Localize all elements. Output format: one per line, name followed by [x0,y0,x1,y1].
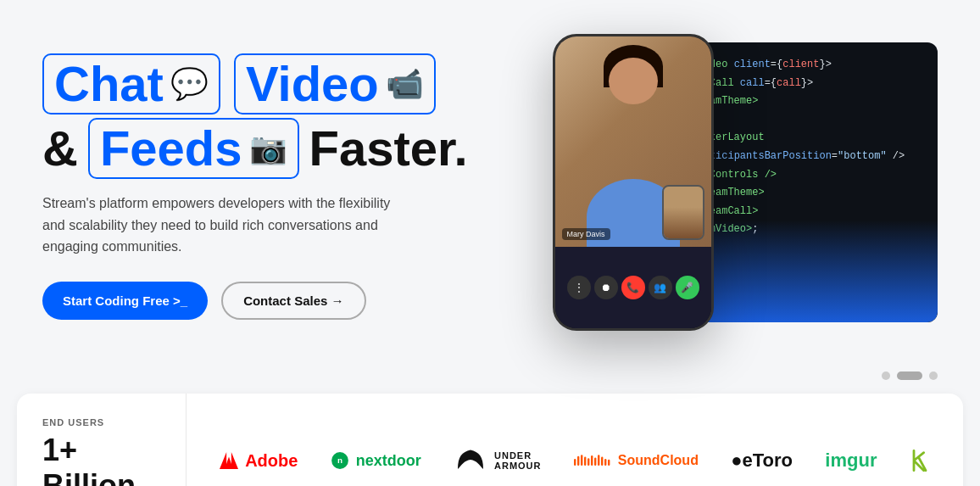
soundcloud-icon [574,450,611,472]
svg-rect-6 [577,456,579,466]
phone-name-tag: Mary Davis [562,228,610,240]
logo-kik [910,449,930,472]
imgur-label: imgur [825,450,877,472]
hero-description: Stream's platform empowers developers wi… [42,193,415,258]
tag-chat: Chat 💬 [42,53,220,115]
svg-text:n: n [337,455,342,465]
hero-left: Chat 💬 Video 📹 & Feeds 📷 Faster. Stream'… [42,53,502,319]
svg-rect-13 [601,457,603,466]
pagination [0,365,980,394]
logo-under-armour: UNDER ARMOUR [454,445,542,476]
chat-label: Chat [54,57,164,111]
nextdoor-icon: n [331,451,349,470]
svg-rect-12 [598,455,599,466]
adobe-icon [220,451,238,470]
ctrl-more[interactable]: ⋮ [567,276,591,299]
ctrl-end[interactable]: 📞 [621,276,645,299]
stats-block: END USERS 1+ Billion [17,394,187,486]
pagination-dot-2[interactable] [897,371,922,380]
video-label: Video [246,57,379,111]
svg-marker-1 [220,452,226,469]
faster-text: Faster. [309,121,468,176]
person-face [609,58,658,104]
logo-soundcloud: SoundCloud [574,450,699,472]
video-icon: 📹 [386,67,424,101]
hero-right: Mary Davis ⋮ ⏺ 📞 👥 🎤 1<StreamVideo c [502,34,938,339]
nextdoor-label: nextdoor [356,452,421,470]
svg-marker-0 [231,452,238,469]
contact-sales-button[interactable]: Contact Sales → [221,282,365,320]
logo-etoro: ●eToro [731,450,793,472]
pip-person [664,187,703,238]
svg-rect-9 [587,458,589,466]
hero-buttons: Start Coding Free >_ Contact Sales → [42,282,468,320]
phone-controls: ⋮ ⏺ 📞 👥 🎤 [555,247,711,328]
adobe-label: Adobe [245,451,298,471]
svg-rect-14 [604,459,606,466]
tag-video: Video 📹 [234,53,436,115]
under-armour-icon [454,445,487,476]
phone-mockup: Mary Davis ⋮ ⏺ 📞 👥 🎤 [553,34,714,331]
hero-section: Chat 💬 Video 📹 & Feeds 📷 Faster. Stream'… [0,0,980,365]
ctrl-mic[interactable]: 🎤 [676,276,699,299]
amp-text: & [42,121,78,176]
ctrl-cam[interactable]: ⏺ [594,276,618,299]
stats-value: 1+ Billion [42,433,160,486]
etoro-label: ●eToro [731,450,793,472]
stats-label: END USERS [42,417,160,427]
kik-icon [910,449,930,472]
svg-rect-11 [594,457,596,466]
video-main: Mary Davis [555,36,711,247]
logo-adobe: Adobe [220,451,298,471]
soundcloud-label: SoundCloud [618,453,699,468]
feeds-icon: 📷 [249,131,287,165]
svg-rect-7 [581,455,582,466]
pagination-dot-1[interactable] [882,371,890,380]
logo-nextdoor: n nextdoor [331,451,421,470]
svg-rect-10 [591,455,593,466]
logos-block: Adobe n nextdoor UNDER ARMOUR [187,428,963,486]
svg-rect-8 [584,457,586,466]
logo-imgur: imgur [825,450,877,472]
start-coding-button[interactable]: Start Coding Free >_ [42,282,208,320]
video-pip [662,185,704,240]
feeds-label: Feeds [100,121,242,176]
pagination-dot-3[interactable] [929,371,938,380]
tag-feeds: Feeds 📷 [88,118,299,179]
bottom-section: END USERS 1+ Billion Adobe n nextdoor [17,394,963,486]
hero-title: Chat 💬 Video 📹 & Feeds 📷 Faster. [42,53,468,179]
svg-rect-5 [574,459,576,466]
svg-rect-15 [608,460,610,466]
phone-screen: Mary Davis ⋮ ⏺ 📞 👥 🎤 [555,36,711,328]
chat-icon: 💬 [170,67,209,101]
ctrl-users[interactable]: 👥 [649,276,672,299]
